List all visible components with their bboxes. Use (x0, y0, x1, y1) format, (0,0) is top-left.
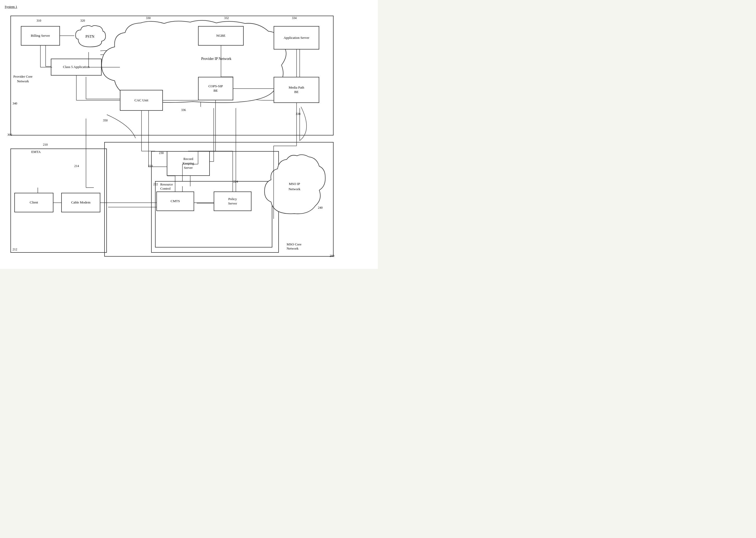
ref-336: 336 (181, 108, 186, 112)
policy-server-box: PolicyServer (214, 191, 251, 211)
media-path-be-box: Media PathBE (274, 77, 319, 103)
ref-310: 310 (36, 19, 41, 23)
resource-control-label: ResourceControl (160, 183, 173, 191)
client-box: Client (14, 193, 53, 212)
mso-ip-network-cloud: MSO IP Network (263, 151, 326, 219)
ref-222: 222 (153, 183, 158, 186)
ref-210: 210 (43, 143, 48, 147)
ref-330: 330 (146, 16, 151, 20)
record-keeping-server-box: RecordKeepingServer (167, 151, 210, 176)
ref-340: 340 (13, 102, 17, 106)
provider-core-network-label: Provider Core Network (13, 74, 33, 83)
ref-300: 300 (7, 133, 12, 137)
svg-text:Network: Network (289, 187, 300, 191)
ngbe-box: NGBE (198, 26, 243, 46)
svg-text:MSO IP: MSO IP (289, 182, 300, 186)
application-server-box: Application Server (274, 26, 319, 49)
ref-200: 200 (330, 254, 334, 258)
ref-332: 332 (224, 16, 229, 20)
ref-214: 214 (74, 164, 79, 168)
class5-app-box: Class 5 Application (51, 59, 102, 76)
ref-350: 350 (103, 119, 108, 123)
resource-control-inner-boundary (155, 181, 272, 247)
ref-320: 320 (80, 19, 85, 23)
billing-server-box: Billing Server (21, 26, 60, 46)
cmts-box: CMTS (156, 191, 194, 211)
svg-text:Provider IP Network: Provider IP Network (201, 57, 232, 61)
ref-212: 212 (13, 247, 17, 251)
system-title: System 1 (5, 5, 17, 9)
mso-core-network-label: MSO CoreNetwork (287, 242, 301, 251)
ref-230: 230 (159, 151, 164, 155)
ref-220: 220 (148, 164, 153, 168)
diagram: System 1 Provider Core Network 340 300 B… (0, 0, 378, 269)
ref-224: 224 (233, 180, 238, 184)
ref-338: 338 (296, 112, 300, 116)
emta-label: EMTA (31, 150, 41, 154)
cable-modem-box: Cable Modem (61, 193, 100, 212)
ref-334: 334 (292, 16, 297, 20)
ref-240: 240 (318, 206, 323, 210)
cac-unit-box: CAC Unit (120, 90, 163, 111)
cops-sip-be-box: COPS-SIPBE (198, 77, 233, 100)
svg-text:PSTN: PSTN (85, 35, 94, 38)
